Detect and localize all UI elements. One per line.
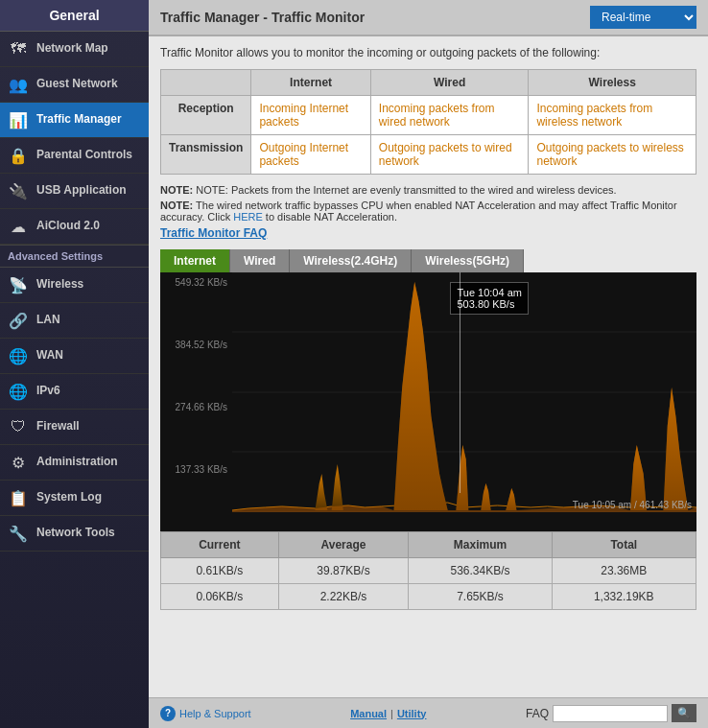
- sidebar-item-system-log[interactable]: 📋 System Log: [0, 481, 149, 516]
- sidebar-item-ipv6[interactable]: 🌐 IPv6: [0, 374, 149, 410]
- sidebar-item-label: AiCloud 2.0: [36, 219, 100, 234]
- footer: ? Help & Support Manual | Utility FAQ 🔍: [149, 697, 708, 728]
- tab-wireless-5[interactable]: Wireless(5GHz): [412, 249, 524, 272]
- stats-col-current: Current: [161, 532, 279, 558]
- usb-icon: 🔌: [8, 180, 29, 201]
- sidebar-item-label: Network Map: [36, 41, 108, 57]
- faq-search-input[interactable]: [553, 705, 668, 722]
- outgoing-wired-link[interactable]: Outgoing packets to wired network: [379, 141, 512, 168]
- sidebar-advanced-header: Advanced Settings: [0, 245, 149, 268]
- network-map-icon: 🗺: [8, 38, 29, 59]
- svg-marker-5: [315, 474, 327, 510]
- chart-svg-area: Tue 10:04 am 503.80 KB/s Tue 10:05 am / …: [232, 272, 696, 512]
- sidebar-item-traffic-manager[interactable]: 📊 Traffic Manager: [0, 103, 149, 138]
- wireless-icon: 📡: [8, 274, 29, 295]
- tabs-bar: Internet Wired Wireless(2.4GHz) Wireless…: [160, 249, 696, 272]
- chart-crosshair: [460, 272, 460, 493]
- parental-controls-icon: 🔒: [8, 145, 29, 166]
- here-link[interactable]: HERE: [233, 211, 263, 223]
- y-label-2: 384.52 KB/s: [165, 340, 227, 350]
- traffic-manager-icon: 📊: [8, 109, 29, 130]
- row-label-reception: Reception: [161, 96, 251, 135]
- note-1: NOTE: NOTE: Packets from the Internet ar…: [160, 184, 696, 196]
- ipv6-icon: 🌐: [8, 381, 29, 402]
- sidebar-item-firewall[interactable]: 🛡 Firewall: [0, 410, 149, 445]
- footer-divider: |: [390, 708, 393, 719]
- table-row-transmission: Transmission Outgoing Internet packets O…: [161, 135, 696, 175]
- sidebar-item-network-map[interactable]: 🗺 Network Map: [0, 32, 149, 67]
- col-internet: Internet: [251, 70, 370, 96]
- tab-wireless-24[interactable]: Wireless(2.4GHz): [290, 249, 412, 272]
- sidebar-item-label: IPv6: [36, 384, 60, 399]
- stats-row-1: 0.61KB/s 39.87KB/s 536.34KB/s 23.36MB: [161, 558, 696, 584]
- stats-col-maximum: Maximum: [409, 532, 552, 558]
- stats-current-1: 0.61KB/s: [161, 558, 279, 584]
- wan-icon: 🌐: [8, 345, 29, 366]
- aicloud-icon: ☁: [8, 216, 29, 237]
- stats-current-2: 0.06KB/s: [161, 584, 279, 610]
- chart-svg: [232, 272, 696, 512]
- sidebar-item-lan[interactable]: 🔗 LAN: [0, 303, 149, 339]
- sidebar-item-network-tools[interactable]: 🔧 Network Tools: [0, 516, 149, 552]
- sidebar-item-label: Administration: [36, 455, 118, 470]
- outgoing-internet-link[interactable]: Outgoing Internet packets: [259, 141, 348, 168]
- realtime-dropdown[interactable]: Real-time Last 24 Hours Last Week: [590, 6, 696, 29]
- stats-col-average: Average: [278, 532, 409, 558]
- sidebar-item-wan[interactable]: 🌐 WAN: [0, 339, 149, 374]
- faq-search-button[interactable]: 🔍: [672, 704, 696, 722]
- sidebar-item-guest-network[interactable]: 👥 Guest Network: [0, 67, 149, 103]
- footer-faq: FAQ 🔍: [526, 704, 696, 722]
- sidebar-item-wireless[interactable]: 📡 Wireless: [0, 268, 149, 303]
- info-table: Internet Wired Wireless Reception Incomi…: [160, 69, 696, 175]
- sidebar-item-label: Traffic Manager: [36, 112, 122, 128]
- note-2: NOTE: The wired network traffic bypasses…: [160, 200, 696, 223]
- manual-link[interactable]: Manual: [350, 708, 387, 719]
- tab-internet[interactable]: Internet: [160, 249, 230, 272]
- sidebar-item-parental-controls[interactable]: 🔒 Parental Controls: [0, 138, 149, 174]
- sidebar-item-label: Network Tools: [36, 526, 115, 541]
- sidebar-item-usb-application[interactable]: 🔌 USB Application: [0, 174, 149, 209]
- row-label-transmission: Transmission: [161, 135, 251, 175]
- lan-icon: 🔗: [8, 310, 29, 331]
- incoming-wired-link[interactable]: Incoming packets from wired network: [379, 102, 495, 129]
- sidebar-item-label: LAN: [36, 313, 60, 328]
- footer-links: Manual | Utility: [350, 708, 426, 719]
- y-label-4: 137.33 KB/s: [165, 464, 227, 475]
- utility-link[interactable]: Utility: [397, 708, 427, 719]
- sidebar-item-label: Guest Network: [36, 77, 118, 92]
- main-header: Traffic Manager - Traffic Monitor Real-t…: [149, 0, 708, 36]
- outgoing-wireless-link[interactable]: Outgoing packets to wireless network: [536, 141, 683, 168]
- incoming-wireless-link[interactable]: Incoming packets from wireless network: [536, 102, 652, 129]
- chart-bottom-right-label: Tue 10:05 am / 461.43 KB/s: [573, 500, 692, 510]
- stats-total-2: 1,332.19KB: [552, 584, 696, 610]
- stats-col-total: Total: [552, 532, 696, 558]
- svg-marker-13: [232, 282, 696, 512]
- sidebar-item-aicloud[interactable]: ☁ AiCloud 2.0: [0, 209, 149, 245]
- traffic-monitor-faq-link[interactable]: Traffic Monitor FAQ: [160, 226, 267, 240]
- stats-row-2: 0.06KB/s 2.22KB/s 7.65KB/s 1,332.19KB: [161, 584, 696, 610]
- table-row-reception: Reception Incoming Internet packets Inco…: [161, 96, 696, 135]
- system-log-icon: 📋: [8, 487, 29, 508]
- chart-y-labels: 549.32 KB/s 384.52 KB/s 274.66 KB/s 137.…: [160, 272, 232, 531]
- admin-icon: ⚙: [8, 452, 29, 473]
- col-empty: [161, 70, 251, 96]
- sidebar-general-header: General: [0, 0, 149, 32]
- network-tools-icon: 🔧: [8, 523, 29, 544]
- tab-wired[interactable]: Wired: [230, 249, 290, 272]
- sidebar-item-label: System Log: [36, 490, 102, 505]
- y-label-3: 274.66 KB/s: [165, 402, 227, 412]
- sidebar-item-label: Firewall: [36, 419, 80, 434]
- firewall-icon: 🛡: [8, 416, 29, 437]
- sidebar: General 🗺 Network Map 👥 Guest Network 📊 …: [0, 0, 149, 728]
- page-title: Traffic Manager - Traffic Monitor: [160, 10, 365, 25]
- sidebar-item-label: WAN: [36, 348, 63, 364]
- incoming-internet-link[interactable]: Incoming Internet packets: [259, 102, 348, 129]
- stats-maximum-1: 536.34KB/s: [409, 558, 552, 584]
- help-icon: ?: [160, 706, 176, 721]
- sidebar-item-administration[interactable]: ⚙ Administration: [0, 445, 149, 481]
- help-support-link[interactable]: Help & Support: [179, 708, 251, 719]
- sidebar-item-label: Parental Controls: [36, 148, 132, 163]
- footer-help: ? Help & Support: [160, 706, 251, 721]
- stats-maximum-2: 7.65KB/s: [409, 584, 552, 610]
- svg-marker-6: [332, 464, 343, 510]
